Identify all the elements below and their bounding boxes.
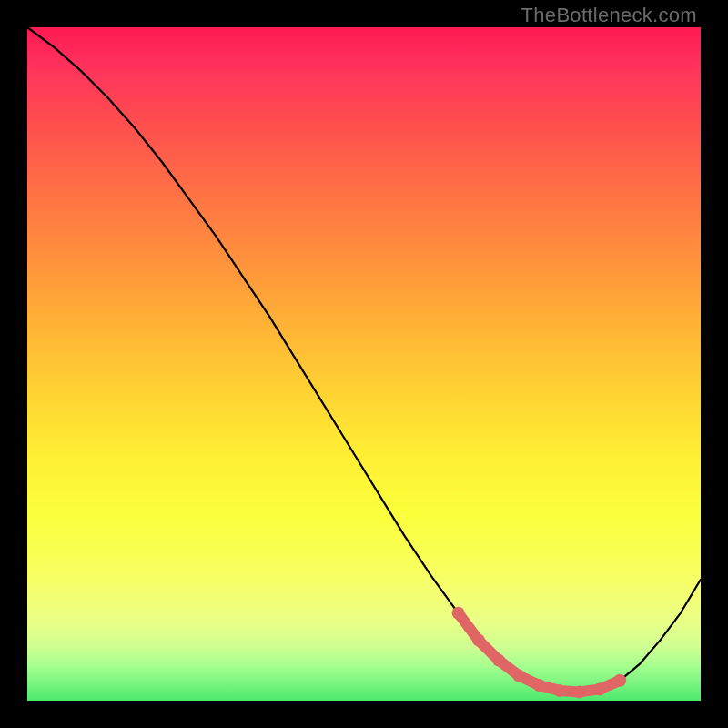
bottleneck-curve — [27, 27, 701, 692]
highlight-dot — [573, 685, 586, 698]
watermark-text: TheBottleneck.com — [521, 4, 697, 27]
highlight-dot — [492, 654, 505, 667]
highlight-dot — [553, 684, 566, 697]
highlight-dot — [512, 670, 525, 682]
highlight-dot — [472, 633, 485, 646]
curve-overlay — [27, 27, 701, 701]
chart-frame: TheBottleneck.com — [0, 0, 728, 728]
highlight-dots — [452, 607, 627, 699]
highlight-dot — [532, 679, 545, 692]
highlight-dot — [613, 674, 626, 687]
highlight-dot — [452, 607, 465, 620]
highlight-dot — [593, 682, 606, 695]
